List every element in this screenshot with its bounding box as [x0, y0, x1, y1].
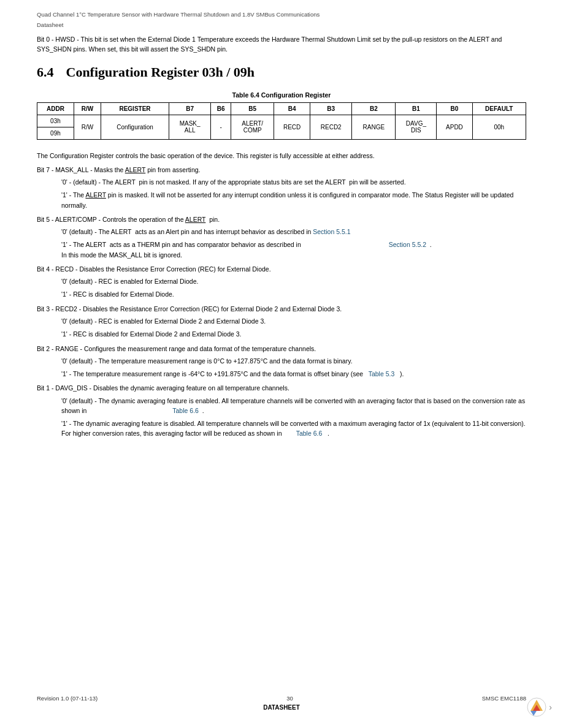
b3-recd2: RECD2: [310, 115, 352, 139]
intro-para: The Configuration Register controls the …: [37, 151, 526, 161]
bit5-0-text: '0' (default) - The ALERT acts as an Ale…: [61, 227, 526, 237]
footer-datasheet-label: DATASHEET: [37, 704, 526, 711]
alert-underline3: ALERT: [185, 216, 205, 223]
bit2-0-text: '0' (default) - The temperature measurem…: [61, 356, 526, 366]
col-register: REGISTER: [101, 102, 169, 115]
table-5-3-link[interactable]: Table 5.3: [369, 370, 395, 377]
bit3-block: Bit 3 - RECD2 - Disables the Resistance …: [37, 304, 526, 339]
header-title: Quad Channel 1°C Temperature Sensor with…: [37, 11, 320, 18]
bit1-block: Bit 1 - DAVG_DIS - Disables the dynamic …: [37, 383, 526, 438]
bit7-1-block: '1' - The ALERT pin is masked. It will n…: [61, 190, 526, 210]
footer-page-number: 30: [286, 695, 293, 702]
bit0-intro: Bit 0 - HWSD - This bit is set when the …: [37, 34, 526, 55]
bit2-1-text: '1' - The temperature measurement range …: [61, 369, 526, 379]
bit4-1-text: '1' - REC is disabled for External Diode…: [61, 289, 526, 299]
footer-revision: Revision 1.0 (07-11-13): [37, 695, 98, 702]
col-rw: R/W: [74, 102, 101, 115]
bit1-header: Bit 1 - DAVG_DIS - Disables the dynamic …: [37, 383, 526, 393]
table-6-6-link-2[interactable]: Table 6.6: [296, 430, 323, 437]
intro-para-block: The Configuration Register controls the …: [37, 151, 526, 161]
bit4-1-block: '1' - REC is disabled for External Diode…: [61, 289, 526, 299]
col-b3: B3: [310, 102, 352, 115]
page-header: Quad Channel 1°C Temperature Sensor with…: [0, 0, 563, 20]
col-b1: B1: [396, 102, 437, 115]
col-b7: B7: [169, 102, 210, 115]
table-caption: Table 6.4 Configuration Register: [37, 91, 526, 99]
bit2-0-block: '0' (default) - The temperature measurem…: [61, 356, 526, 366]
col-b4: B4: [274, 102, 310, 115]
b4-recd: RECD: [274, 115, 310, 139]
nav-arrow-icon[interactable]: ›: [549, 702, 552, 712]
bit1-1-text: '1' - The dynamic averaging feature is d…: [61, 419, 526, 439]
bit3-0-text: '0' (default) - REC is enabled for Exter…: [61, 316, 526, 326]
b5-alert-comp: ALERT/COMP: [231, 115, 274, 139]
bit4-block: Bit 4 - RECD - Disables the Resistance E…: [37, 264, 526, 300]
bit7-0-block: '0' - (default) - The ALERT pin is not m…: [61, 177, 526, 187]
b2-range: RANGE: [352, 115, 396, 139]
register-table: ADDR R/W REGISTER B7 B6 B5 B4 B3 B2 B1 B…: [37, 102, 526, 140]
bit3-header: Bit 3 - RECD2 - Disables the Resistance …: [37, 304, 526, 314]
reg-config: Configuration: [101, 115, 169, 139]
bit4-0-block: '0' (default) - REC is enabled for Exter…: [61, 276, 526, 286]
bit3-1-text: '1' - REC is disabled for External Diode…: [61, 329, 526, 339]
bit5-0-block: '0' (default) - The ALERT acts as an Ale…: [61, 227, 526, 237]
section-5-5-1-link[interactable]: Section 5.5.1: [313, 228, 350, 235]
table-header-row: ADDR R/W REGISTER B7 B6 B5 B4 B3 B2 B1 B…: [37, 102, 526, 115]
bit1-0-text: '0' (default) - The dynamic averaging fe…: [61, 396, 526, 416]
page: Quad Channel 1°C Temperature Sensor with…: [0, 0, 563, 728]
b1-davg-dis: DAVG_DIS: [396, 115, 437, 139]
main-content: Bit 0 - HWSD - This bit is set when the …: [0, 28, 563, 449]
bit2-header: Bit 2 - RANGE - Configures the measureme…: [37, 344, 526, 354]
logo-area: ›: [527, 697, 552, 717]
table-6-6-link-1[interactable]: Table 6.6: [172, 407, 199, 414]
alert-underline2: ALERT: [85, 191, 105, 199]
company-logo-icon: [527, 697, 546, 717]
bit0-text: Bit 0 - HWSD - This bit is set when the …: [37, 34, 526, 55]
bit5-1-block: '1' - The ALERT acts as a THERM pin and …: [61, 240, 526, 260]
table-row-03h: 03h R/W Configuration MASK_ALL - ALERT/C…: [37, 115, 526, 127]
footer-company: SMSC EMC1188: [482, 695, 526, 702]
col-b0: B0: [437, 102, 472, 115]
bit3-1-block: '1' - REC is disabled for External Diode…: [61, 329, 526, 339]
bit2-1-block: '1' - The temperature measurement range …: [61, 369, 526, 379]
col-b6: B6: [211, 102, 231, 115]
bit7-block: Bit 7 - MASK_ALL - Masks the ALERT pin f…: [37, 165, 526, 210]
bit5-block: Bit 5 - ALERT/COMP - Controls the operat…: [37, 214, 526, 260]
bit5-header: Bit 5 - ALERT/COMP - Controls the operat…: [37, 214, 526, 224]
b0-apdd: APDD: [437, 115, 472, 139]
footer-top-line: Revision 1.0 (07-11-13) 30 SMSC EMC1188: [37, 695, 526, 702]
bit7-header: Bit 7 - MASK_ALL - Masks the ALERT pin f…: [37, 165, 526, 175]
bit4-header: Bit 4 - RECD - Disables the Resistance E…: [37, 264, 526, 274]
rw-rw: R/W: [74, 115, 101, 139]
b6-dash: -: [211, 115, 231, 139]
col-default: DEFAULT: [472, 102, 526, 115]
bit7-0-text: '0' - (default) - The ALERT pin is not m…: [61, 177, 526, 187]
bit1-1-block: '1' - The dynamic averaging feature is d…: [61, 419, 526, 439]
bit4-0-text: '0' (default) - REC is enabled for Exter…: [61, 276, 526, 286]
bit1-0-block: '0' (default) - The dynamic averaging fe…: [61, 396, 526, 416]
section-number: 6.4: [37, 64, 54, 80]
col-b2: B2: [352, 102, 396, 115]
header-subtitle: Datasheet: [37, 21, 63, 28]
b7-mask-all: MASK_ALL: [169, 115, 210, 139]
page-subtitle: Datasheet: [0, 20, 563, 28]
page-footer: Revision 1.0 (07-11-13) 30 SMSC EMC1188 …: [0, 695, 563, 711]
addr-03h: 03h: [37, 115, 74, 127]
default-00h: 00h: [472, 115, 526, 139]
alert-underline1: ALERT: [125, 166, 145, 173]
col-b5: B5: [231, 102, 274, 115]
bit3-0-block: '0' (default) - REC is enabled for Exter…: [61, 316, 526, 326]
bit2-block: Bit 2 - RANGE - Configures the measureme…: [37, 344, 526, 379]
col-addr: ADDR: [37, 102, 74, 115]
section-5-5-2-link[interactable]: Section 5.5.2: [389, 241, 426, 248]
section-title: Configuration Register 03h / 09h: [66, 64, 255, 80]
addr-09h: 09h: [37, 127, 74, 139]
footer-datasheet-text: DATASHEET: [263, 704, 300, 711]
bit7-1-text: '1' - The ALERT pin is masked. It will n…: [61, 190, 526, 210]
bit5-1-text: '1' - The ALERT acts as a THERM pin and …: [61, 240, 526, 260]
section-heading: 6.4 Configuration Register 03h / 09h: [37, 64, 526, 80]
